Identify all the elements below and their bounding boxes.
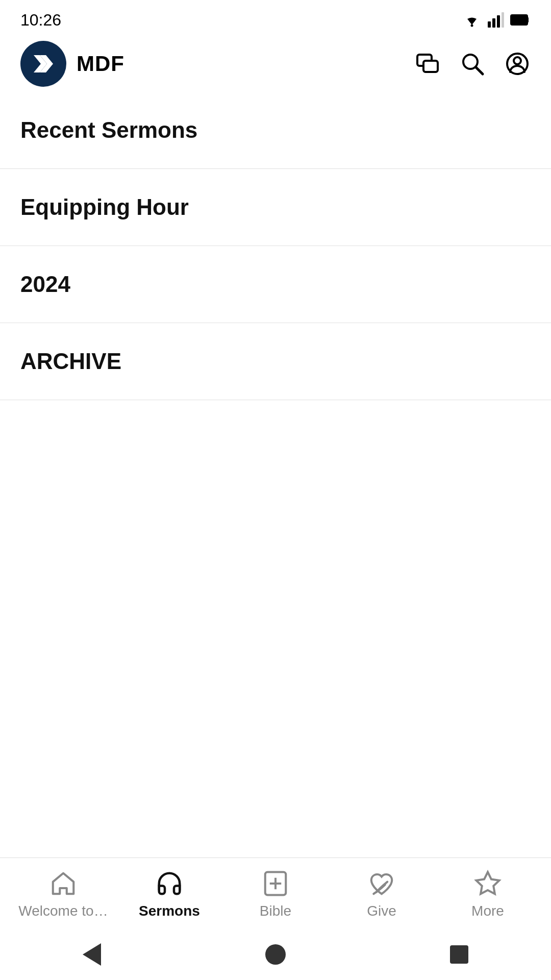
home-button[interactable] bbox=[260, 939, 291, 970]
nav-label-more: More bbox=[471, 903, 504, 919]
signal-icon bbox=[488, 12, 504, 28]
svg-rect-3 bbox=[497, 15, 500, 28]
nav-label-bible: Bible bbox=[260, 903, 291, 919]
svg-point-0 bbox=[471, 24, 473, 27]
profile-icon bbox=[505, 52, 530, 76]
menu-item-equipping-hour[interactable]: Equipping Hour bbox=[0, 169, 551, 246]
nav-item-bible[interactable]: Bible bbox=[222, 868, 329, 919]
headphones-icon bbox=[156, 870, 183, 897]
home-nav-icon bbox=[265, 944, 286, 965]
menu-item-label: ARCHIVE bbox=[20, 349, 121, 374]
star-icon bbox=[474, 870, 502, 897]
system-nav bbox=[0, 929, 551, 980]
nav-item-more[interactable]: More bbox=[435, 868, 541, 919]
back-button[interactable] bbox=[77, 939, 107, 970]
wifi-icon bbox=[462, 12, 482, 28]
menu-item-label: Recent Sermons bbox=[20, 117, 197, 142]
logo-icon bbox=[30, 50, 57, 78]
bottom-nav: Welcome to… Sermons Bible bbox=[0, 857, 551, 929]
app-title: MDF bbox=[77, 52, 124, 76]
give-icon bbox=[368, 870, 395, 897]
menu-item-label: Equipping Hour bbox=[20, 194, 189, 219]
messages-button[interactable] bbox=[414, 51, 441, 77]
nav-item-welcome[interactable]: Welcome to… bbox=[10, 868, 116, 919]
nav-label-sermons: Sermons bbox=[139, 903, 200, 919]
svg-rect-2 bbox=[492, 18, 495, 28]
status-icons bbox=[462, 12, 531, 28]
svg-point-14 bbox=[514, 57, 521, 64]
nav-item-sermons[interactable]: Sermons bbox=[116, 868, 222, 919]
app-logo[interactable] bbox=[20, 41, 66, 87]
home-icon bbox=[49, 870, 77, 897]
bible-icon-container bbox=[260, 868, 291, 899]
profile-button[interactable] bbox=[504, 51, 531, 77]
svg-line-12 bbox=[476, 67, 483, 74]
nav-label-give: Give bbox=[367, 903, 396, 919]
svg-rect-4 bbox=[502, 12, 504, 28]
svg-rect-6 bbox=[512, 16, 525, 24]
menu-item-2024[interactable]: 2024 bbox=[0, 246, 551, 323]
back-icon bbox=[83, 943, 101, 966]
header-left: MDF bbox=[20, 41, 124, 87]
svg-marker-16 bbox=[477, 872, 499, 894]
recents-icon bbox=[450, 945, 468, 964]
svg-rect-1 bbox=[488, 21, 491, 28]
nav-label-welcome: Welcome to… bbox=[18, 903, 108, 919]
menu-item-label: 2024 bbox=[20, 272, 70, 297]
svg-rect-10 bbox=[423, 61, 438, 72]
star-icon-container bbox=[472, 868, 503, 899]
menu-item-archive[interactable]: ARCHIVE bbox=[0, 323, 551, 400]
nav-item-give[interactable]: Give bbox=[329, 868, 435, 919]
give-icon-container bbox=[366, 868, 397, 899]
bible-icon bbox=[262, 870, 289, 897]
header-actions bbox=[414, 51, 531, 77]
battery-icon bbox=[510, 13, 531, 27]
search-icon bbox=[460, 52, 485, 76]
search-button[interactable] bbox=[459, 51, 486, 77]
menu-item-recent-sermons[interactable]: Recent Sermons bbox=[0, 92, 551, 169]
home-icon-container bbox=[48, 868, 79, 899]
messages-icon bbox=[415, 52, 440, 76]
recents-button[interactable] bbox=[444, 939, 474, 970]
status-bar: 10:26 bbox=[0, 0, 551, 36]
header: MDF bbox=[0, 36, 551, 92]
content-list: Recent Sermons Equipping Hour 2024 ARCHI… bbox=[0, 92, 551, 400]
headphones-icon-container bbox=[154, 868, 185, 899]
status-time: 10:26 bbox=[20, 11, 61, 30]
